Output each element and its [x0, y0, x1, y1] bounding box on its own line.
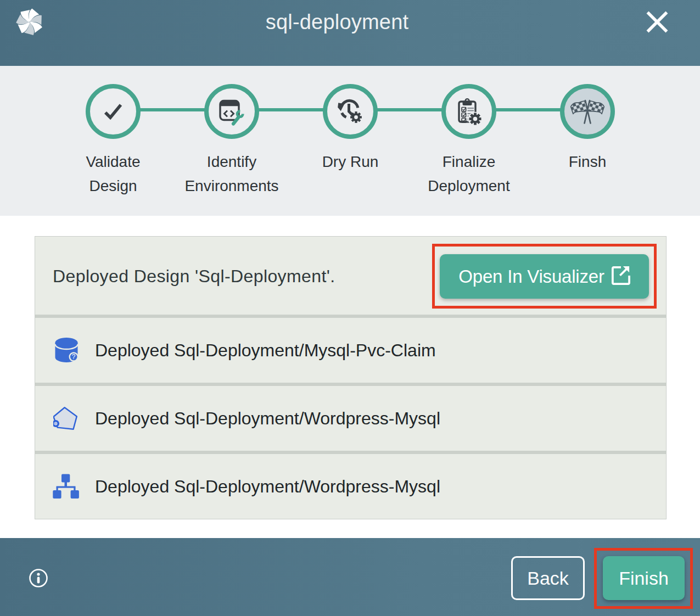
svg-text:?: ? [72, 353, 76, 361]
